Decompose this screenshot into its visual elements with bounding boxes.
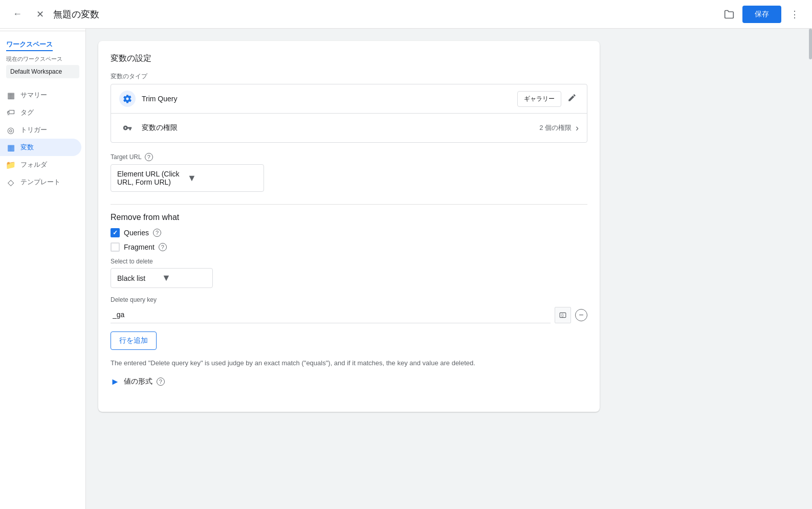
gear-icon: [123, 94, 132, 103]
queries-label: Queries: [124, 229, 149, 237]
sidebar-item-label-summary: サマリー: [20, 91, 47, 100]
back-button[interactable]: ←: [8, 5, 27, 24]
remove-from-what-section: Remove from what Queries ? Fragment ? Se…: [111, 213, 587, 387]
var-type-section: Trim Query ギャラリー 変数の権限 2 個の権限 ›: [111, 84, 587, 143]
sidebar-item-label-triggers: トリガー: [20, 125, 47, 135]
variables-icon: ▦: [6, 143, 15, 152]
save-button[interactable]: 保存: [742, 6, 781, 23]
topbar: ← ✕ 無題の変数 保存 ⋮: [0, 0, 812, 29]
remove-from-what-title: Remove from what: [111, 213, 587, 222]
target-url-label: Target URL: [111, 153, 142, 161]
sidebar-item-folders[interactable]: 📁 フォルダ: [0, 156, 81, 173]
fragment-row: Fragment ?: [111, 242, 587, 252]
value-format-label: 値の形式: [124, 377, 152, 386]
target-url-value: Element URL (Click URL, Form URL): [117, 170, 187, 186]
pencil-icon: [567, 93, 577, 102]
var-type-name: Trim Query: [142, 95, 517, 103]
select-to-delete-section: Select to delete Black list ▼: [111, 258, 587, 288]
current-workspace-label: 現在のワークスペース: [6, 55, 79, 63]
main-content: 変数の設定 変数のタイプ Trim Query ギャラリー: [86, 29, 812, 509]
fragment-label: Fragment: [124, 243, 155, 251]
queries-help-icon[interactable]: ?: [153, 229, 161, 237]
settings-icon: [119, 91, 136, 107]
more-options-button[interactable]: ⋮: [785, 5, 804, 24]
query-key-row: {} −: [111, 306, 587, 323]
delete-query-key-input[interactable]: [111, 306, 551, 323]
sidebar-item-triggers[interactable]: ◎ トリガー: [0, 121, 81, 139]
select-to-delete-dropdown[interactable]: Black list ▼: [111, 268, 213, 288]
templates-icon: ◇: [6, 178, 15, 187]
queries-row: Queries ?: [111, 228, 587, 237]
settings-card: 変数の設定 変数のタイプ Trim Query ギャラリー: [98, 41, 600, 412]
target-url-arrow-icon: ▼: [187, 173, 257, 184]
var-type-label: 変数のタイプ: [111, 72, 587, 81]
triggers-icon: ◎: [6, 125, 15, 135]
var-type-row: Trim Query ギャラリー: [111, 84, 587, 114]
workspace-section: ワークスペース 現在のワークスペース Default Workspace: [0, 31, 85, 82]
value-format-row[interactable]: ► 値の形式 ?: [111, 377, 587, 387]
workspace-name[interactable]: Default Workspace: [6, 65, 79, 78]
svg-text:{}: {}: [561, 313, 564, 317]
section-title: 変数の設定: [111, 53, 587, 64]
info-text: The entered "Delete query key" is used j…: [111, 358, 587, 368]
folder-button[interactable]: [720, 5, 738, 24]
close-button[interactable]: ✕: [31, 5, 49, 24]
edit-icon[interactable]: [565, 91, 579, 106]
sidebar-item-label-templates: テンプレート: [20, 178, 60, 187]
add-row-button[interactable]: 行を追加: [111, 331, 157, 350]
sidebar-item-templates[interactable]: ◇ テンプレート: [0, 173, 81, 191]
gallery-button[interactable]: ギャラリー: [517, 91, 561, 107]
select-to-delete-label: Select to delete: [111, 258, 587, 265]
key-icon: [119, 120, 136, 136]
workspace-tab[interactable]: ワークスペース: [6, 40, 53, 51]
select-to-delete-value: Black list: [117, 274, 162, 282]
permissions-count: 2 個の権限: [539, 123, 572, 132]
sidebar-item-summary[interactable]: ▦ サマリー: [0, 86, 81, 104]
folders-icon: 📁: [6, 160, 15, 169]
page-title: 無題の変数: [53, 8, 716, 20]
select-to-delete-arrow-icon: ▼: [162, 273, 206, 283]
permissions-row[interactable]: 変数の権限 2 個の権限 ›: [111, 114, 587, 142]
sidebar-item-label-tags: タグ: [20, 108, 34, 117]
sidebar-item-label-folders: フォルダ: [20, 160, 47, 169]
divider: [111, 204, 587, 205]
remove-row-button[interactable]: −: [575, 309, 587, 321]
variable-picker-icon: {}: [559, 312, 566, 319]
permissions-label: 変数の権限: [142, 123, 539, 132]
target-url-help-icon[interactable]: ?: [145, 153, 153, 161]
value-format-help-icon[interactable]: ?: [157, 378, 165, 386]
sidebar-item-tags[interactable]: 🏷 タグ: [0, 104, 81, 121]
variable-picker-button[interactable]: {}: [555, 307, 571, 323]
fragment-checkbox[interactable]: [111, 242, 120, 252]
folder-icon: [724, 9, 734, 19]
sidebar-item-label-variables: 変数: [20, 143, 34, 152]
delete-query-key-label: Delete query key: [111, 296, 587, 303]
target-url-section: Target URL ? Element URL (Click URL, For…: [111, 153, 587, 192]
target-url-select[interactable]: Element URL (Click URL, Form URL) ▼: [111, 164, 264, 192]
sidebar-item-variables[interactable]: ▦ 変数: [0, 139, 81, 156]
fragment-help-icon[interactable]: ?: [159, 243, 167, 251]
queries-checkbox[interactable]: [111, 228, 120, 237]
tags-icon: 🏷: [6, 108, 15, 117]
sidebar: タグマ ワークスペース 現在のワークスペース Default Workspace…: [0, 0, 86, 509]
chevron-right-icon[interactable]: ›: [576, 123, 579, 134]
sidebar-nav: ▦ サマリー 🏷 タグ ◎ トリガー ▦ 変数 📁 フォルダ ◇ テンプレート: [0, 86, 85, 191]
delete-query-key-section: Delete query key {} −: [111, 296, 587, 323]
expand-icon: ►: [111, 377, 120, 387]
summary-icon: ▦: [6, 91, 15, 100]
